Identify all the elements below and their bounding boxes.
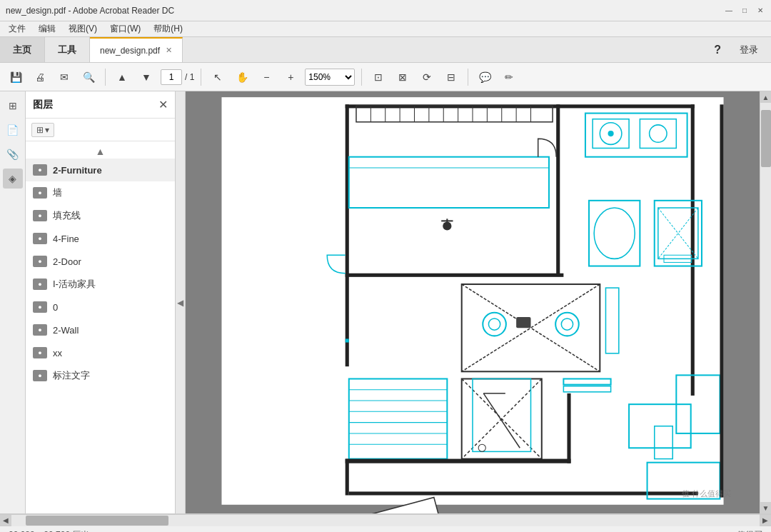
svg-rect-4 [691, 104, 695, 396]
minimize-button[interactable]: — [724, 6, 734, 16]
layer-eye-2wall[interactable]: ● [33, 324, 47, 336]
menu-help[interactable]: 帮助(H) [148, 21, 188, 36]
layer-options-button[interactable]: ⊞ ▾ [31, 123, 54, 137]
layer-eye-4fine[interactable]: ● [33, 233, 47, 244]
tab-tools[interactable]: 工具 [45, 37, 90, 62]
zoom-select[interactable]: 150% 50% 75% 100% 125% 200% 400% [305, 69, 355, 86]
menubar: 文件 编辑 视图(V) 窗口(W) 帮助(H) [0, 21, 771, 37]
layer-item-2wall[interactable]: ● 2-Wall [26, 318, 175, 341]
layer-eye-door[interactable]: ● [33, 256, 47, 267]
layer-label-4fine: 4-Fine [53, 234, 79, 244]
scroll-track[interactable] [760, 103, 772, 502]
titlebar-controls: — □ ✕ [724, 6, 765, 16]
sidebar-icon-attach[interactable]: 📎 [3, 144, 23, 164]
layer-label-xx: xx [53, 348, 62, 358]
scroll-mode-button[interactable]: ⊟ [441, 67, 461, 87]
layer-label-2wall: 2-Wall [53, 325, 79, 336]
layer-eye-annotation[interactable]: ● [33, 370, 47, 381]
svg-rect-64 [349, 491, 698, 495]
layer-label-wall: 墙 [53, 186, 62, 199]
svg-rect-43 [516, 317, 530, 328]
layer-item-fill[interactable]: ● 填充线 [26, 204, 175, 227]
email-button[interactable]: ✉ [54, 67, 74, 87]
main-area: ⊞ 📄 📎 ◈ 图层 ✕ ⊞ ▾ ▲ ● 2-Furniture ● 墙 [0, 91, 771, 513]
layer-eye-0[interactable]: ● [33, 301, 47, 313]
layer-item-4fine[interactable]: ● 4-Fine [26, 227, 175, 250]
close-button[interactable]: ✕ [755, 6, 765, 16]
layer-panel-toolbar: ⊞ ▾ [26, 119, 175, 141]
layer-eye-furniture[interactable]: ● [33, 164, 47, 176]
tab-file[interactable]: new_design.pdf ✕ [90, 37, 183, 62]
scroll-thumb[interactable] [761, 110, 771, 167]
dimensions-text: 20.988 x 29.700 厘米 [9, 529, 89, 533]
save-button[interactable]: 💾 [6, 67, 26, 87]
layer-item-annotation[interactable]: ● 标注文字 [26, 364, 175, 387]
menu-file[interactable]: 文件 [3, 21, 31, 36]
pencil-button[interactable]: ✏ [499, 67, 519, 87]
horizontal-scrollbar[interactable]: ◀ ▶ [0, 514, 771, 526]
fit-page-button[interactable]: ⊡ [368, 67, 388, 87]
pdf-area[interactable]: 空调 值 什么值得买 [186, 91, 760, 513]
svg-rect-3 [346, 104, 349, 366]
print-button[interactable]: 🖨 [30, 67, 50, 87]
toolbar: 💾 🖨 ✉ 🔍 ▲ ▼ / 1 ↖ ✋ − + 150% 50% 75% 100… [0, 63, 771, 91]
layer-panel-close-button[interactable]: ✕ [158, 98, 168, 111]
sidebar-icon-home[interactable]: ⊞ [3, 96, 23, 116]
watermark-text: 值 什么值得买 [682, 489, 731, 498]
zoom-out-button[interactable]: − [256, 67, 276, 87]
prev-page-button[interactable]: ▲ [112, 67, 132, 87]
layer-item-0[interactable]: ● 0 [26, 296, 175, 318]
cursor-tool-button[interactable]: ↖ [208, 67, 228, 87]
zoom-in-button[interactable]: + [281, 67, 301, 87]
search-button[interactable]: 🔍 [79, 67, 99, 87]
menu-view[interactable]: 视图(V) [63, 21, 103, 36]
svg-rect-6 [556, 104, 560, 275]
titlebar: new_design.pdf - Adobe Acrobat Reader DC… [0, 0, 771, 21]
svg-rect-62 [346, 459, 349, 496]
svg-rect-73 [346, 338, 349, 342]
tab-home[interactable]: 主页 [0, 37, 45, 62]
scroll-h-track[interactable] [11, 515, 760, 526]
layer-eye-moveable[interactable]: ● [33, 278, 47, 290]
layer-eye-xx[interactable]: ● [33, 347, 47, 358]
page-total: / 1 [185, 72, 194, 82]
page-input[interactable] [161, 69, 182, 85]
layer-item-moveable[interactable]: ● I-活动家具 [26, 273, 175, 296]
comment-button[interactable]: 💬 [475, 67, 495, 87]
tab-close-button[interactable]: ✕ [166, 46, 172, 55]
layer-item-door[interactable]: ● 2-Door [26, 250, 175, 273]
rotate-button[interactable]: ⟳ [417, 67, 437, 87]
scroll-down-button[interactable]: ▼ [760, 502, 772, 513]
restore-button[interactable]: □ [740, 6, 750, 16]
right-scrollbar[interactable]: ▲ ▼ [760, 91, 771, 513]
menu-window[interactable]: 窗口(W) [104, 21, 146, 36]
layer-item-xx[interactable]: ● xx [26, 341, 175, 364]
svg-rect-72 [720, 104, 723, 497]
scroll-left-button[interactable]: ◀ [0, 515, 11, 526]
toolbar-separator-4 [468, 69, 468, 86]
menu-edit[interactable]: 编辑 [33, 21, 61, 36]
floorplan-svg: 空调 [186, 91, 760, 513]
sidebar-icon-pages[interactable]: 📄 [3, 120, 23, 140]
scroll-right-button[interactable]: ▶ [760, 515, 771, 526]
layer-options-icon: ⊞ [36, 125, 44, 135]
scroll-h-thumb[interactable] [26, 516, 168, 526]
fit-width-button[interactable]: ⊠ [393, 67, 413, 87]
layer-dropdown-icon: ▾ [45, 125, 49, 135]
layer-label-annotation: 标注文字 [53, 369, 90, 382]
sidebar-icon-layers[interactable]: ◈ [3, 169, 23, 189]
scroll-up-button[interactable]: ▲ [760, 91, 772, 103]
layer-eye-fill[interactable]: ● [33, 210, 47, 221]
hand-tool-button[interactable]: ✋ [232, 67, 252, 87]
help-button[interactable]: ? [710, 42, 725, 58]
statusbar-right: 值得买 [737, 529, 762, 533]
tabbar-right: ? 登录 [183, 37, 771, 62]
panel-collapse-button[interactable]: ◀ [176, 91, 186, 513]
page-nav: / 1 [161, 69, 194, 85]
layer-eye-wall[interactable]: ● [33, 187, 47, 199]
next-page-button[interactable]: ▼ [136, 67, 156, 87]
layer-item-wall[interactable]: ● 墙 [26, 181, 175, 204]
layer-scroll-up[interactable]: ▲ [26, 144, 175, 159]
login-button[interactable]: 登录 [735, 42, 762, 58]
layer-item-furniture[interactable]: ● 2-Furniture [26, 159, 175, 181]
